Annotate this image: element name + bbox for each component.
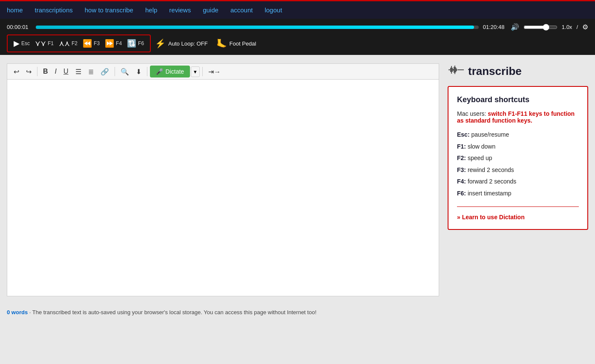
editor-wrapper: ↩ ↪ B I U ☰ ≣ 🔗 🔍 ⬇ 🎤 Dictate ▾ ⇥→ xyxy=(0,55,595,305)
foot-pedal-icon: 🦶 xyxy=(216,38,227,49)
bold-button[interactable]: B xyxy=(40,66,51,77)
shortcut-f4: F4: forward 2 seconds xyxy=(457,178,579,186)
mac-notice-text: Mac users: xyxy=(457,110,488,117)
rewind-button[interactable]: ⏪ F3 xyxy=(80,37,102,50)
toolbar: ↩ ↪ B I U ☰ ≣ 🔗 🔍 ⬇ 🎤 Dictate ▾ ⇥→ xyxy=(7,63,439,79)
nav-home[interactable]: home xyxy=(7,6,23,14)
dictate-label: Dictate xyxy=(166,68,184,75)
numbered-list-button[interactable]: ≣ xyxy=(85,66,97,77)
brand: transcribe xyxy=(448,63,588,79)
volume-icon: 🔊 xyxy=(511,23,519,31)
nav-reviews[interactable]: reviews xyxy=(169,6,191,14)
total-time: 01:20:48 xyxy=(483,24,506,30)
zoom-button[interactable]: 🔍 xyxy=(118,66,132,77)
current-time: 00:00:01 xyxy=(7,24,32,30)
loop-button[interactable]: 🔃 F6 xyxy=(124,37,147,50)
shortcuts-title: Keyboard shortcuts xyxy=(457,95,579,104)
shortcut-f3: F3: rewind 2 seconds xyxy=(457,166,579,175)
mac-notice: Mac users: switch F1-F11 keys to functio… xyxy=(457,110,579,124)
play-pause-button[interactable]: ▶ Esc xyxy=(11,37,32,50)
link-button[interactable]: 🔗 xyxy=(98,66,112,77)
foot-pedal-button[interactable]: 🦶 Foot Pedal xyxy=(212,37,261,50)
dictate-button[interactable]: 🎤 Dictate xyxy=(150,66,190,77)
editor-section: ↩ ↪ B I U ☰ ≣ 🔗 🔍 ⬇ 🎤 Dictate ▾ ⇥→ xyxy=(7,63,439,298)
shortcut-f6: F6: insert timestamp xyxy=(457,189,579,198)
download-button[interactable]: ⬇ xyxy=(133,66,144,77)
dictate-dropdown[interactable]: ▾ xyxy=(191,66,200,77)
settings-icon[interactable]: ⚙ xyxy=(582,23,588,31)
brand-name: transcribe xyxy=(468,65,522,78)
learn-dictation-link[interactable]: » Learn to use Dictation xyxy=(457,206,579,221)
footer-message: · The transcribed text is auto-saved usi… xyxy=(28,309,316,315)
toolbar-separator-1 xyxy=(37,67,37,76)
speed-display: 1.0x xyxy=(562,24,572,30)
sidebar: transcribe Keyboard shortcuts Mac users:… xyxy=(448,63,588,298)
toolbar-separator-3 xyxy=(147,67,147,76)
nav-help[interactable]: help xyxy=(145,6,157,14)
nav-transcriptions[interactable]: transcriptions xyxy=(35,6,73,14)
progress-fill xyxy=(36,26,474,29)
brand-wave-icon xyxy=(448,63,465,79)
microphone-icon: 🎤 xyxy=(156,68,163,75)
auto-loop-label: Auto Loop: OFF xyxy=(168,40,208,47)
nav-logout[interactable]: logout xyxy=(264,6,282,14)
nav-guide[interactable]: guide xyxy=(203,6,218,14)
progress-bar[interactable] xyxy=(36,26,479,29)
auto-loop-button[interactable]: ⚡ Auto Loop: OFF xyxy=(151,37,212,50)
shortcut-f1: F1: slow down xyxy=(457,143,579,151)
bullet-list-button[interactable]: ☰ xyxy=(72,66,84,77)
toolbar-separator-2 xyxy=(115,67,115,76)
nav-how-to-transcribe[interactable]: how to transcribe xyxy=(85,6,133,14)
shortcut-f2: F2: speed up xyxy=(457,154,579,163)
audio-player: 00:00:01 01:20:48 🔊 1.0x / ⚙ ▶ Esc ⋎⋎ F1… xyxy=(0,19,595,55)
slow-down-button[interactable]: ⋎⋎ F1 xyxy=(32,37,56,50)
volume-slider[interactable] xyxy=(523,24,558,31)
navigation: home transcriptions how to transcribe he… xyxy=(0,0,595,19)
toolbar-separator-4 xyxy=(202,67,203,76)
word-count: 0 words xyxy=(7,309,28,315)
foot-pedal-label: Foot Pedal xyxy=(230,40,256,47)
footer: 0 words · The transcribed text is auto-s… xyxy=(0,305,595,320)
redo-button[interactable]: ↪ xyxy=(23,66,34,77)
shortcuts-box: Keyboard shortcuts Mac users: switch F1-… xyxy=(448,86,588,230)
speed-up-button[interactable]: ⋏⋏ F2 xyxy=(56,37,80,50)
undo-button[interactable]: ↩ xyxy=(11,66,22,77)
shortcut-esc: Esc: pause/resume xyxy=(457,131,579,139)
italic-button[interactable]: I xyxy=(52,66,60,77)
forward-button[interactable]: ⏩ F4 xyxy=(102,37,124,50)
underline-button[interactable]: U xyxy=(60,66,72,77)
speed-separator: / xyxy=(576,24,578,30)
controls-bar: ▶ Esc ⋎⋎ F1 ⋏⋏ F2 ⏪ F3 ⏩ F4 🔃 F6 xyxy=(7,34,151,52)
tab-button[interactable]: ⇥→ xyxy=(205,66,224,77)
editor-textarea[interactable] xyxy=(7,79,439,296)
nav-account[interactable]: account xyxy=(230,6,253,14)
bolt-icon: ⚡ xyxy=(155,38,166,49)
